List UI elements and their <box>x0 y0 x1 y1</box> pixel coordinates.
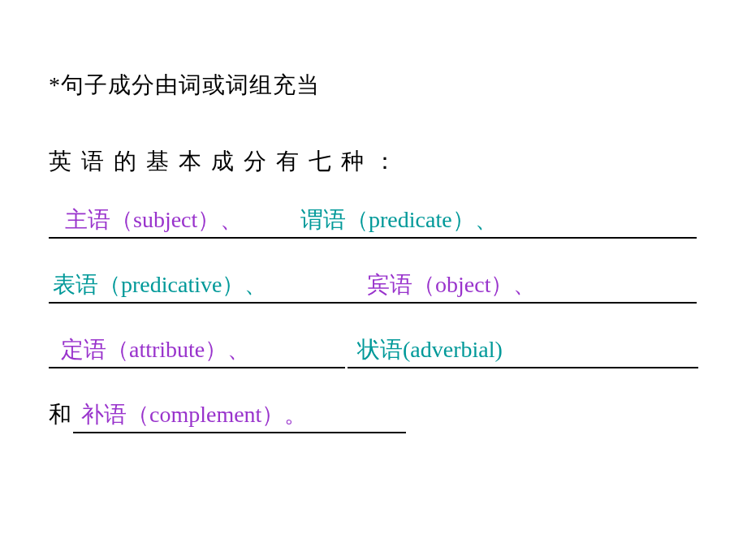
blank-line-4: 和 补语（complement）。 <box>49 396 698 446</box>
title-text: *句子成分由词或词组充当 <box>49 69 698 101</box>
intro-text: 英语的基本成分有七种： <box>49 145 698 177</box>
underline-1 <box>49 237 697 239</box>
prefix-text: 和 <box>49 398 71 430</box>
underline-2b <box>357 302 697 304</box>
underline-2a <box>49 302 357 304</box>
predicative-text: 表语（predicative）、 <box>53 269 267 300</box>
subject-text: 主语（subject）、 <box>65 204 243 235</box>
attribute-text: 定语（attribute）、 <box>61 334 250 365</box>
predicate-text: 谓语（predicate）、 <box>300 204 498 235</box>
underline-4 <box>73 432 406 433</box>
blank-line-1: 主语（subject）、 谓语（predicate）、 <box>49 201 698 252</box>
underline-3a <box>49 367 345 368</box>
blank-line-2: 表语（predicative）、 宾语（object）、 <box>49 266 698 317</box>
underline-3b <box>348 367 698 368</box>
object-text: 宾语（object）、 <box>367 269 536 300</box>
adverbial-text: 状语(adverbial) <box>357 334 503 365</box>
blank-line-3: 定语（attribute）、 状语(adverbial) <box>49 331 698 381</box>
complement-text: 补语（complement）。 <box>81 398 307 430</box>
